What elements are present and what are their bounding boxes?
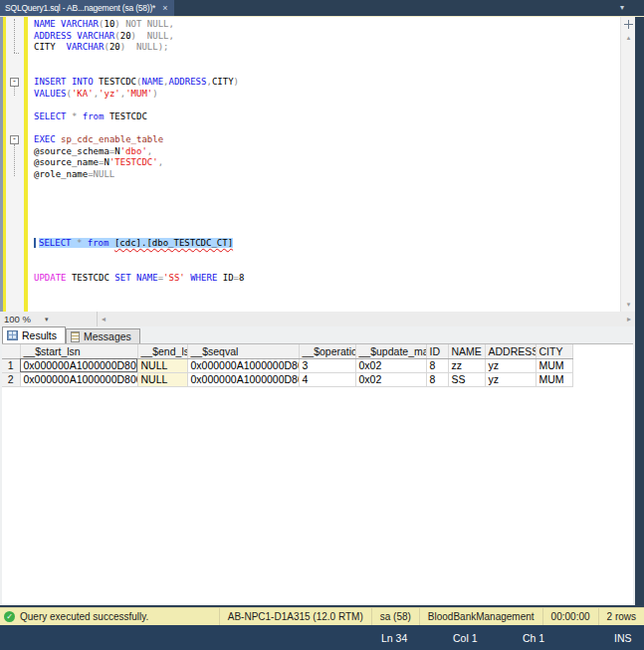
results-grid: __$start_lsn__$end_lsn__$seqval__$operat… [2, 344, 573, 387]
fold-extent-tick [14, 53, 19, 54]
status-segment: 2 rows [598, 608, 644, 625]
code-line[interactable]: NAME VARCHAR(10) NOT NULL, [28, 19, 620, 31]
fold-extent-line [14, 87, 15, 95]
grid-header-row: __$start_lsn__$end_lsn__$seqval__$operat… [2, 344, 572, 358]
table-row: 10x000000A1000000D80003NULL0x000000A1000… [2, 358, 572, 372]
code-line[interactable] [28, 54, 620, 66]
char-indicator: Ch 1 [523, 632, 544, 644]
zoom-level: 100 % [4, 314, 31, 325]
grid-cell[interactable]: zz [448, 358, 485, 372]
fold-collapse-icon[interactable]: - [10, 78, 19, 87]
grid-cell[interactable]: SS [448, 372, 485, 386]
results-pane: Results Messages __$start_lsn__$end_lsn_… [0, 326, 635, 605]
code-line[interactable]: @source_name=N'TESTCDC', [28, 157, 620, 169]
code-line-selected[interactable]: SELECT * from [cdc].[dbo_TESTCDC_CT] [28, 238, 620, 250]
editor-horizontal-scrollbar[interactable]: ◂ ▸ [98, 312, 635, 326]
editor-gutter: -- [6, 17, 24, 312]
grid-cell[interactable]: NULL [137, 372, 187, 386]
success-check-icon: ✓ [4, 611, 15, 622]
code-line[interactable]: CITY VARCHAR(20) NULL); [28, 42, 620, 54]
grid-cell[interactable]: 0x000000A1000000D80002 [187, 372, 299, 386]
grid-cell[interactable]: 0x02 [355, 372, 426, 386]
code-line[interactable]: ADDRESS VARCHAR(20) NULL, [28, 31, 620, 43]
ssms-window: SQLQuery1.sql - AB...nagement (sa (58))*… [0, 0, 644, 650]
grid-column-header[interactable]: __$operation [299, 344, 355, 358]
grid-column-header[interactable] [2, 344, 20, 358]
status-segments: AB-NPC1-D1A315 (12.0 RTM)sa (58)BloodBan… [219, 608, 644, 625]
grid-cell[interactable]: yz [485, 358, 536, 372]
grid-column-header[interactable]: CITY [536, 344, 572, 358]
code-line[interactable]: UPDATE TESTCDC SET NAME='SS' WHERE ID=8 [28, 273, 620, 285]
status-message: Query executed successfully. [20, 611, 219, 622]
editor-bottom-bar: 100 % ▾ ◂ ▸ [0, 312, 635, 326]
status-segment: 00:00:00 [542, 608, 598, 625]
editor-vertical-scrollbar[interactable]: ▴ ▾ [620, 17, 635, 312]
messages-tab-label: Messages [84, 330, 131, 342]
code-line[interactable]: INSERT INTO TESTCDC(NAME,ADDRESS,CITY) [28, 77, 620, 89]
code-line[interactable] [28, 261, 620, 273]
fold-extent-line [14, 19, 15, 53]
code-line[interactable] [28, 122, 620, 134]
grid-cell[interactable]: 0x000000A1000000D80003 [20, 358, 137, 372]
code-line[interactable] [28, 250, 620, 262]
results-tab-strip: Results Messages [0, 326, 635, 343]
tab-results[interactable]: Results [2, 326, 66, 343]
code-line[interactable] [28, 204, 620, 216]
grid-cell[interactable]: MUM [536, 358, 572, 372]
grid-column-header[interactable]: NAME [448, 344, 485, 358]
close-icon[interactable]: × [162, 3, 167, 13]
grid-column-header[interactable]: ID [426, 344, 448, 358]
editor-position-bar: Ln 34 Col 1 Ch 1 INS [0, 625, 644, 650]
grid-cell[interactable]: 8 [426, 372, 448, 386]
code-area[interactable]: NAME VARCHAR(10) NOT NULL,ADDRESS VARCHA… [28, 17, 620, 312]
code-line[interactable] [28, 192, 620, 204]
zoom-control[interactable]: 100 % ▾ [0, 312, 98, 326]
scroll-left-icon[interactable]: ◂ [102, 315, 106, 324]
row-number-cell[interactable]: 1 [2, 358, 20, 372]
document-tab-title: SQLQuery1.sql - AB...nagement (sa (58))* [5, 3, 155, 13]
grid-column-header[interactable]: ADDRESS [485, 344, 536, 358]
tab-overflow-chevron-down-icon[interactable]: ▾ [620, 3, 624, 12]
tab-messages[interactable]: Messages [66, 328, 140, 343]
fold-extent-line [14, 144, 15, 175]
grid-cell[interactable]: yz [485, 372, 536, 386]
code-line[interactable] [28, 65, 620, 77]
grid-column-header[interactable]: __$end_lsn [137, 344, 187, 358]
grid-cell[interactable]: 0x000000A1000000D80002 [187, 358, 299, 372]
code-line[interactable]: @role_name=NULL [28, 169, 620, 181]
scroll-up-icon[interactable]: ▴ [621, 34, 636, 42]
code-line[interactable]: VALUES('KA','yz','MUM') [28, 89, 620, 101]
grid-column-header[interactable]: __$seqval [187, 344, 299, 358]
code-line[interactable] [28, 100, 620, 111]
results-grid-icon [7, 330, 18, 340]
grid-cell[interactable]: 8 [426, 358, 448, 372]
splitter-grip-icon[interactable] [624, 20, 633, 29]
document-tab-strip: SQLQuery1.sql - AB...nagement (sa (58))*… [0, 0, 644, 16]
table-row: 20x000000A1000000D80003NULL0x000000A1000… [2, 372, 572, 386]
row-number-cell[interactable]: 2 [2, 372, 20, 386]
code-line[interactable] [28, 215, 620, 227]
code-line[interactable]: @source_schema=N'dbo', [28, 146, 620, 158]
code-line[interactable] [28, 180, 620, 192]
code-line[interactable]: SELECT * from TESTCDC [28, 111, 620, 123]
grid-cell[interactable]: 4 [299, 372, 355, 386]
document-tab[interactable]: SQLQuery1.sql - AB...nagement (sa (58))*… [0, 0, 174, 16]
grid-column-header[interactable]: __$start_lsn [20, 344, 137, 358]
grid-cell[interactable]: 3 [299, 358, 355, 372]
grid-cell[interactable]: 0x000000A1000000D80003 [20, 372, 137, 386]
grid-column-header[interactable]: __$update_mask [355, 344, 426, 358]
grid-cell[interactable]: MUM [536, 372, 572, 386]
query-status-bar: ✓ Query executed successfully. AB-NPC1-D… [0, 607, 644, 625]
line-indicator: Ln 34 [381, 632, 407, 644]
grid-cell[interactable]: 0x02 [355, 358, 426, 372]
grid-cell[interactable]: NULL [137, 358, 187, 372]
scroll-right-icon[interactable]: ▸ [627, 315, 631, 324]
zoom-chevron-down-icon[interactable]: ▾ [45, 316, 49, 324]
fold-collapse-icon[interactable]: - [10, 135, 19, 144]
status-segment: sa (58) [371, 608, 419, 625]
scroll-down-icon[interactable]: ▾ [621, 301, 636, 309]
column-indicator: Col 1 [453, 632, 478, 644]
code-line[interactable] [28, 227, 620, 239]
code-line[interactable]: EXEC sp_cdc_enable_table [28, 134, 620, 146]
results-tab-label: Results [22, 329, 57, 341]
